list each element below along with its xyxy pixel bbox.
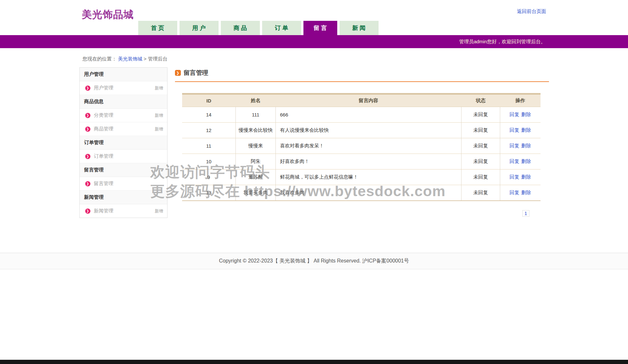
delete-link[interactable]: 删除 (521, 112, 531, 117)
sidebar-item-message-manage[interactable]: ❯ 留言管理 (80, 177, 167, 191)
reply-link[interactable]: 回复 (510, 174, 519, 180)
nav-tab-users[interactable]: 用 户 (180, 21, 219, 35)
orange-arrow-icon: ❯ (175, 70, 181, 76)
cell-id: 14 (182, 107, 236, 123)
main-nav: 首 页 用 户 商 品 订 单 留 言 新 闻 (138, 21, 379, 35)
reply-link[interactable]: 回复 (510, 190, 519, 195)
sidebar-item-label: 用户管理 (94, 85, 114, 91)
cell-id: 11 (182, 138, 236, 154)
col-header-id: ID (182, 94, 236, 107)
message-table-wrap: ID 姓名 留言内容 状态 操作 14 111 666 未回复 (182, 93, 541, 217)
sidebar-section-news: 新闻管理 (80, 191, 167, 204)
welcome-text: 管理员admin您好，欢迎回到管理后台。 (459, 39, 549, 44)
table-row: 10 阿朱 好喜欢多肉！ 未回复 回复删除 (182, 154, 541, 169)
cell-id: 10 (182, 154, 236, 169)
sidebar-item-category-manage[interactable]: ❯ 分类管理 新增 (80, 109, 167, 122)
nav-tab-news[interactable]: 新 闻 (340, 21, 379, 35)
cell-ops: 回复删除 (500, 138, 541, 154)
arrow-circle-icon: ❯ (85, 154, 90, 159)
sidebar-section-product: 商品信息 (80, 95, 167, 109)
breadcrumb-site-link[interactable]: 美光装饰城 (118, 56, 142, 61)
table-row: 13 我要买多肉 我喜欢多肉 未回复 回复删除 (182, 185, 541, 201)
nav-tab-home[interactable]: 首 页 (138, 21, 177, 35)
reply-link[interactable]: 回复 (510, 143, 519, 148)
col-header-name: 姓名 (236, 94, 276, 107)
delete-link[interactable]: 删除 (521, 158, 531, 164)
arrow-circle-icon: ❯ (85, 86, 90, 91)
cell-ops: 回复删除 (500, 107, 541, 123)
cell-ops: 回复删除 (500, 169, 541, 185)
cell-name: 我要买多肉 (236, 185, 276, 201)
add-category-link[interactable]: 新增 (155, 113, 163, 118)
cell-status: 未回复 (461, 185, 500, 201)
nav-tab-orders[interactable]: 订 单 (262, 21, 301, 35)
sidebar-section-message: 留言管理 (80, 163, 167, 177)
cell-status: 未回复 (461, 169, 500, 185)
breadcrumb-separator: > (144, 56, 147, 61)
main-content: ❯ 留言管理 ID 姓名 留言内容 状态 操作 (175, 67, 549, 217)
cell-content: 鲜花商城，可以多上点鲜花信息嘛！ (276, 169, 461, 185)
sidebar-item-label: 商品管理 (94, 126, 114, 132)
arrow-circle-icon: ❯ (85, 209, 90, 214)
sidebar-item-label: 订单管理 (94, 153, 114, 159)
welcome-bar: 管理员admin您好，欢迎回到管理后台。 (0, 35, 628, 48)
add-product-link[interactable]: 新增 (155, 126, 163, 132)
delete-link[interactable]: 删除 (521, 174, 531, 180)
cell-name: 慢慢来 (236, 138, 276, 154)
body-area: 用户管理 ❯ 用户管理 新增 商品信息 ❯ 分类管理 新增 ❯ 商品管理 新增 … (79, 67, 549, 253)
page-number-1[interactable]: 1 (522, 210, 529, 217)
bottom-bar (0, 360, 628, 364)
col-header-content: 留言内容 (276, 94, 461, 107)
breadcrumb-current: 管理后台 (148, 56, 167, 61)
cell-content: 好喜欢多肉！ (276, 154, 461, 169)
delete-link[interactable]: 删除 (521, 190, 531, 195)
sidebar-item-order-manage[interactable]: ❯ 订单管理 (80, 150, 167, 163)
table-row: 9 董苏醒 鲜花商城，可以多上点鲜花信息嘛！ 未回复 回复删除 (182, 169, 541, 185)
cell-name: 慢慢来会比较快 (236, 123, 276, 138)
reply-link[interactable]: 回复 (510, 127, 519, 133)
cell-id: 13 (182, 185, 236, 201)
arrow-circle-icon: ❯ (85, 113, 90, 118)
breadcrumb: 您现在的位置： 美光装饰城 > 管理后台 (79, 48, 549, 67)
cell-status: 未回复 (461, 123, 500, 138)
sidebar-section-order: 订单管理 (80, 136, 167, 150)
cell-id: 9 (182, 169, 236, 185)
cell-id: 12 (182, 123, 236, 138)
site-logo: 美光饰品城 (82, 8, 134, 21)
cell-ops: 回复删除 (500, 123, 541, 138)
cell-content: 我喜欢多肉 (276, 185, 461, 201)
sidebar-item-news-manage[interactable]: ❯ 新闻管理 新增 (80, 204, 167, 218)
back-to-front-link[interactable]: 返回前台页面 (517, 8, 546, 15)
reply-link[interactable]: 回复 (510, 112, 519, 117)
delete-link[interactable]: 删除 (521, 127, 531, 133)
copyright-text: Copyright © 2022-2023【 美光装饰城 】 All Right… (219, 258, 409, 263)
delete-link[interactable]: 删除 (521, 143, 531, 148)
breadcrumb-prefix: 您现在的位置： (83, 56, 117, 61)
table-row: 11 慢慢来 喜欢对着多肉发呆！ 未回复 回复删除 (182, 138, 541, 154)
sidebar-section-user: 用户管理 (80, 68, 167, 81)
sidebar-item-label: 留言管理 (94, 181, 114, 187)
cell-ops: 回复删除 (500, 154, 541, 169)
nav-tab-messages[interactable]: 留 言 (303, 21, 337, 35)
add-news-link[interactable]: 新增 (155, 208, 163, 214)
cell-status: 未回复 (461, 107, 500, 123)
table-row: 14 111 666 未回复 回复删除 (182, 107, 541, 123)
sidebar-item-product-manage[interactable]: ❯ 商品管理 新增 (80, 122, 167, 136)
reply-link[interactable]: 回复 (510, 158, 519, 164)
admin-page: 美光饰品城 首 页 用 户 商 品 订 单 留 言 新 闻 返回前台页面 管理员… (0, 0, 628, 364)
cell-name: 董苏醒 (236, 169, 276, 185)
page-title-row: ❯ 留言管理 (175, 69, 549, 82)
arrow-circle-icon: ❯ (85, 181, 90, 186)
sidebar-item-label: 新闻管理 (94, 208, 114, 214)
cell-content: 喜欢对着多肉发呆！ (276, 138, 461, 154)
sidebar-item-label: 分类管理 (94, 112, 114, 118)
pagination: 1 (182, 210, 529, 217)
add-user-link[interactable]: 新增 (155, 85, 163, 91)
cell-name: 111 (236, 107, 276, 123)
arrow-circle-icon: ❯ (85, 127, 90, 132)
header: 美光饰品城 首 页 用 户 商 品 订 单 留 言 新 闻 返回前台页面 (0, 0, 628, 35)
nav-tab-products[interactable]: 商 品 (221, 21, 260, 35)
footer: Copyright © 2022-2023【 美光装饰城 】 All Right… (0, 253, 628, 269)
sidebar-item-user-manage[interactable]: ❯ 用户管理 新增 (80, 81, 167, 95)
cell-content: 有人说慢慢来会比较快 (276, 123, 461, 138)
